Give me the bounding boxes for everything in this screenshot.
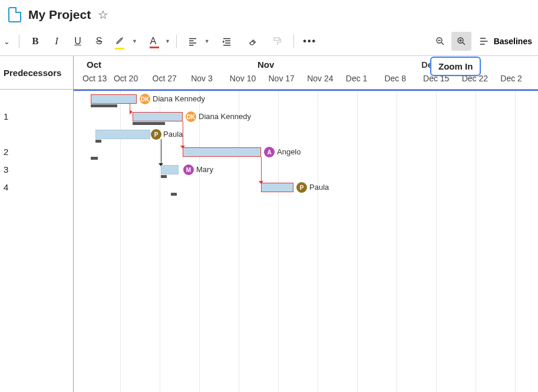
task-progress [171,193,177,196]
task-bar[interactable] [261,183,293,192]
separator [176,35,177,48]
grid-column [476,90,516,392]
zoom-out-icon [435,36,445,47]
date-header: Oct Nov Dec Oct 13Oct 20Oct 27Nov 3Nov 1… [74,56,538,89]
grid-column [200,90,239,392]
zoom-in-icon [456,36,467,47]
task-bar[interactable] [95,130,150,139]
grid-column [279,90,318,392]
gantt-chart[interactable]: DK Diana Kennedy DK Diana Kennedy P Paul… [74,90,538,392]
task-progress [161,175,167,178]
underline-button[interactable]: U [68,32,88,51]
month-oct: Oct [87,60,101,70]
eraser-icon [247,36,258,47]
baselines-label: Baselines [494,37,532,46]
document-icon [8,7,21,22]
baselines-button[interactable]: Baselines [473,32,538,51]
grid-column [437,90,476,392]
assignee-label: Angelo [277,147,301,156]
task-bar[interactable] [161,165,179,174]
strikethrough-button[interactable]: S [89,32,109,51]
highlight-icon [115,35,126,45]
text-color-group[interactable]: A ▼ [143,32,170,51]
zoom-in-button[interactable] [451,32,471,51]
week-label: Oct 27 [151,74,190,83]
avatar-paula[interactable]: P [151,129,161,140]
star-icon[interactable]: ☆ [98,8,108,22]
task-progress [91,157,98,160]
caret-icon: ▼ [132,38,137,44]
header: My Project ☆ [0,0,538,29]
italic-button[interactable]: I [47,32,67,51]
today-line [74,90,538,91]
timeline-header: Predecessors Oct Nov Dec Oct 13Oct 20Oct… [0,56,538,90]
predecessor-cell[interactable]: 2 [0,143,73,160]
week-label: Dec 2 [499,74,538,83]
avatar-dk[interactable]: DK [186,111,196,122]
assignee-label: Diana Kennedy [199,112,251,121]
week-label: Nov 3 [190,74,229,83]
avatar-paula[interactable]: P [296,182,307,193]
task-progress [91,104,117,107]
task-bar[interactable] [133,112,183,121]
grid-column [516,90,538,392]
predecessors-column-header[interactable]: Predecessors [0,56,74,89]
grid-column [318,90,358,392]
assignee-label: Paula [163,130,183,139]
text-color-button[interactable]: A [143,32,163,51]
month-nov: Nov [258,60,274,70]
predecessor-cell[interactable]: 4 [0,178,73,196]
predecessor-cell[interactable] [0,125,73,143]
more-button[interactable]: ••• [300,32,320,51]
week-label: Dec 1 [345,74,384,83]
grid-column [239,90,279,392]
assignee-label: Mary [196,165,213,174]
week-label: Nov 24 [306,74,345,83]
caret-icon: ▼ [165,38,170,44]
assignee-label: Paula [309,183,329,192]
zoom-out-button[interactable] [430,32,450,51]
grid-column [358,90,397,392]
separator [19,35,19,48]
page-title: My Project [28,8,91,22]
week-label: Nov 17 [267,74,306,83]
predecessor-cell[interactable]: 3 [0,160,73,178]
align-button[interactable] [183,32,203,51]
svg-rect-0 [274,38,279,41]
dependency-line [261,157,262,182]
highlight-group[interactable]: ▼ [110,32,137,51]
assignee-label: Diana Kennedy [153,94,205,103]
avatar-mary[interactable]: M [183,164,194,175]
clear-format-button[interactable] [243,32,263,51]
highlight-button[interactable] [110,32,130,51]
week-label: Oct 13 [74,74,113,83]
baselines-icon [478,35,490,47]
task-bar[interactable] [91,94,137,104]
week-label: Dec 8 [383,74,422,83]
dependency-line [161,139,161,164]
grid-column [397,90,437,392]
avatar-angelo[interactable]: A [264,147,275,157]
task-progress [133,122,165,125]
indent-button[interactable] [217,32,237,51]
format-dropdown[interactable]: ⌄ [0,32,13,51]
paint-roller-icon [272,36,283,47]
separator [293,35,294,48]
avatar-dk[interactable]: DK [140,94,150,104]
zoom-tooltip: Zoom In [430,57,481,76]
predecessor-cell[interactable]: 1 [0,107,73,125]
week-label: Oct 20 [113,74,151,83]
app-root: My Project ☆ ⌄ B I U S ▼ A [0,0,538,392]
bold-button[interactable]: B [25,32,45,51]
predecessor-cell[interactable] [0,90,73,107]
indent-icon [222,36,232,47]
toolbar: ⌄ B I U S ▼ A ▼ [0,29,538,56]
paint-format-button[interactable] [268,32,288,51]
align-left-icon [187,36,198,47]
task-bar[interactable] [183,147,261,157]
week-label: Nov 10 [229,74,268,83]
caret-icon: ▼ [204,38,210,44]
align-group[interactable]: ▼ [183,32,210,51]
gantt-area: 1234 DK Diana Kennedy DK Diana Kennedy P… [0,90,538,392]
task-progress [95,140,101,143]
